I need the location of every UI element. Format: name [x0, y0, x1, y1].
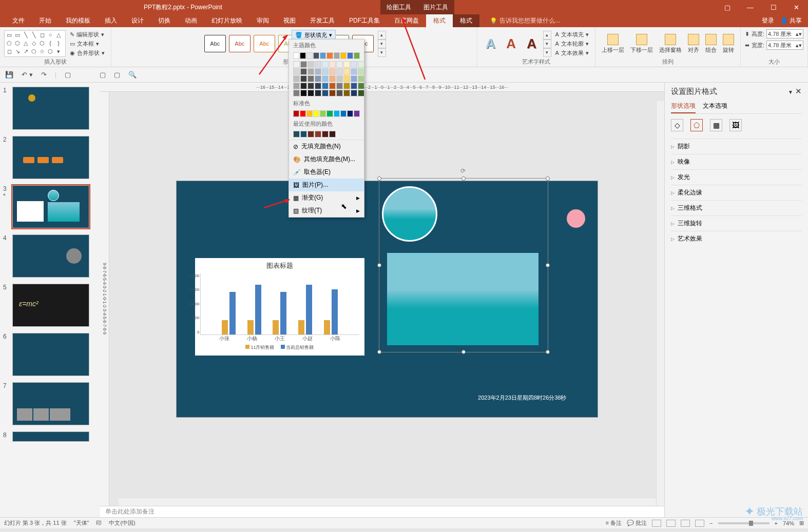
bring-forward-button[interactable]: 上移一层 — [600, 33, 626, 55]
rotation-handle[interactable]: ⟳ — [460, 167, 466, 174]
notes-toggle[interactable]: ≡ 备注 — [606, 519, 622, 527]
resize-handle[interactable] — [377, 176, 381, 181]
align-button[interactable]: 对齐 — [686, 33, 701, 55]
accessibility-status[interactable]: 印 — [96, 519, 102, 527]
ribbon-options-icon[interactable]: ▢ — [716, 0, 739, 14]
reading-view-button[interactable] — [681, 520, 690, 527]
resize-handle[interactable] — [377, 263, 381, 267]
tab-baidu[interactable]: 百度网盘 — [387, 14, 426, 27]
zoom-out-button[interactable]: − — [709, 520, 713, 526]
gallery-more[interactable]: ▾ — [378, 48, 386, 57]
maximize-button[interactable]: ☐ — [762, 0, 785, 14]
qat-icon[interactable]: ▢ — [114, 71, 120, 78]
slide-thumbnail[interactable] — [12, 136, 89, 179]
shapes-gallery[interactable]: ▭▭╲╲◻○△ ⬠⬡△◇⬡{} ◻↘↗⬠☆⬡▾ — [4, 30, 66, 57]
color-swatch[interactable] — [300, 52, 306, 59]
color-swatch[interactable] — [313, 52, 319, 59]
selection-pane-button[interactable]: 选择窗格 — [657, 33, 684, 55]
style-preset[interactable]: Abc — [204, 35, 226, 52]
slide-canvas[interactable]: 图表标题 2,0001,5001,0005000 小张小杨小王小赵小陈 11月销… — [109, 92, 664, 506]
resize-handle[interactable] — [461, 350, 466, 354]
close-button[interactable]: ✕ — [785, 0, 808, 14]
color-swatch[interactable] — [340, 52, 347, 59]
redo-button[interactable]: ↷ — [41, 71, 47, 78]
undo-button[interactable]: ↶ ▾ — [22, 71, 33, 78]
gradient-menuitem[interactable]: ▦渐变(G)▶ — [289, 191, 364, 204]
no-fill-menuitem[interactable]: ⊘无填充颜色(N) — [289, 140, 364, 153]
context-tab-drawing-tools[interactable]: 绘图工具 — [380, 0, 417, 14]
height-input[interactable]: 4.78 厘米▴▾ — [766, 29, 803, 38]
width-input[interactable]: 4.78 厘米▴▾ — [766, 41, 803, 50]
zoom-slider[interactable] — [718, 522, 769, 524]
pane-dropdown-icon[interactable]: ▼ — [788, 89, 793, 95]
texture-menuitem[interactable]: ▨纹理(T)▶ — [289, 204, 364, 217]
sorter-view-button[interactable] — [666, 520, 676, 527]
soft-edges-section[interactable]: ▷柔化边缘 — [671, 185, 802, 200]
tab-format-drawing[interactable]: 格式 — [426, 14, 453, 27]
login-link[interactable]: 登录 — [762, 16, 774, 25]
color-swatch[interactable] — [293, 52, 299, 59]
selection-box[interactable]: ⟳ — [379, 178, 548, 352]
effects-icon[interactable]: ⬠ — [690, 119, 703, 131]
tab-review[interactable]: 审阅 — [249, 14, 276, 27]
zoom-in-button[interactable]: + — [775, 520, 778, 526]
gallery-down[interactable]: ▾ — [378, 40, 386, 48]
fit-to-window-button[interactable]: ⊞ — [799, 520, 804, 526]
style-preset[interactable]: Abc — [254, 35, 275, 52]
slide-thumbnail[interactable] — [12, 234, 89, 278]
3d-rotation-section[interactable]: ▷三维旋转 — [671, 215, 802, 231]
tab-mytemplate[interactable]: 我的模板 — [59, 14, 98, 27]
tab-format-picture[interactable]: 格式 — [453, 14, 479, 27]
slide[interactable]: 图表标题 2,0001,5001,0005000 小张小杨小王小赵小陈 11月销… — [177, 181, 598, 417]
group-button[interactable]: 组合 — [703, 33, 719, 55]
start-from-beginning-icon[interactable]: ▢ — [65, 71, 71, 78]
slide-counter[interactable]: 幻灯片 第 3 张，共 11 张 — [4, 519, 67, 527]
tab-design[interactable]: 设计 — [124, 14, 151, 27]
resize-handle[interactable] — [546, 176, 550, 181]
tab-transitions[interactable]: 切换 — [151, 14, 178, 27]
slide-thumbnail[interactable]: ε=mc² — [12, 284, 89, 327]
tab-insert[interactable]: 插入 — [98, 14, 124, 27]
slide-thumbnail[interactable] — [12, 382, 89, 425]
size-properties-icon[interactable]: ▦ — [710, 119, 722, 131]
color-swatch[interactable] — [320, 52, 326, 59]
text-box-button[interactable]: ▭ 文本框 ▾ — [68, 40, 107, 48]
more-fill-colors-menuitem[interactable]: 🎨其他填充颜色(M)... — [289, 153, 364, 166]
tab-file[interactable]: 文件 — [5, 14, 32, 27]
slide-thumbnail[interactable] — [12, 87, 89, 130]
tell-me[interactable]: 💡告诉我您想要做什么... — [490, 16, 560, 25]
3d-format-section[interactable]: ▷三维格式 — [671, 200, 802, 215]
tab-home[interactable]: 开始 — [32, 14, 59, 27]
notes-pane[interactable]: 单击此处添加备注 — [100, 506, 664, 517]
tab-pdftools[interactable]: PDF工具集 — [342, 14, 387, 27]
gallery-up[interactable]: ▴ — [378, 31, 386, 40]
rotate-button[interactable]: 旋转 — [721, 33, 736, 55]
glow-section[interactable]: ▷发光 — [671, 169, 802, 185]
minimize-button[interactable]: — — [739, 0, 762, 14]
resize-handle[interactable] — [546, 263, 550, 267]
text-options-tab[interactable]: 文本选项 — [703, 100, 727, 113]
resize-handle[interactable] — [461, 176, 466, 181]
qat-icon[interactable]: 🔍 — [128, 71, 137, 78]
slide-thumbnail[interactable] — [12, 333, 89, 376]
slideshow-view-button[interactable] — [695, 520, 704, 527]
color-swatch[interactable] — [326, 52, 333, 59]
tab-devtools[interactable]: 开发工具 — [303, 14, 342, 27]
resize-handle[interactable] — [377, 350, 381, 354]
normal-view-button[interactable] — [652, 520, 661, 527]
picture-fill-menuitem[interactable]: 🖼图片(P)... — [289, 179, 364, 191]
text-fill-button[interactable]: A 文本填充 ▾ — [553, 30, 591, 39]
share-button[interactable]: 👤 共享 — [780, 16, 802, 25]
context-tab-picture-tools[interactable]: 图片工具 — [417, 0, 454, 14]
text-effects-button[interactable]: A 文本效果 ▾ — [553, 49, 591, 57]
pane-close-icon[interactable]: ✕ — [795, 87, 802, 95]
qat-icon[interactable]: ▢ — [100, 71, 106, 78]
slide-thumbnail-current[interactable] — [12, 185, 89, 228]
slide-thumbnails-panel[interactable]: 1 2 3* 4 5ε=mc² 6 7 8 — [0, 83, 100, 517]
save-icon[interactable]: 💾 — [5, 71, 13, 78]
shadow-section[interactable]: ▷阴影 — [671, 139, 802, 154]
style-preset[interactable]: Abc — [229, 35, 251, 52]
language-status[interactable]: 中文(中国) — [109, 519, 135, 527]
color-swatch[interactable] — [347, 52, 353, 59]
reflection-section[interactable]: ▷映像 — [671, 154, 802, 169]
